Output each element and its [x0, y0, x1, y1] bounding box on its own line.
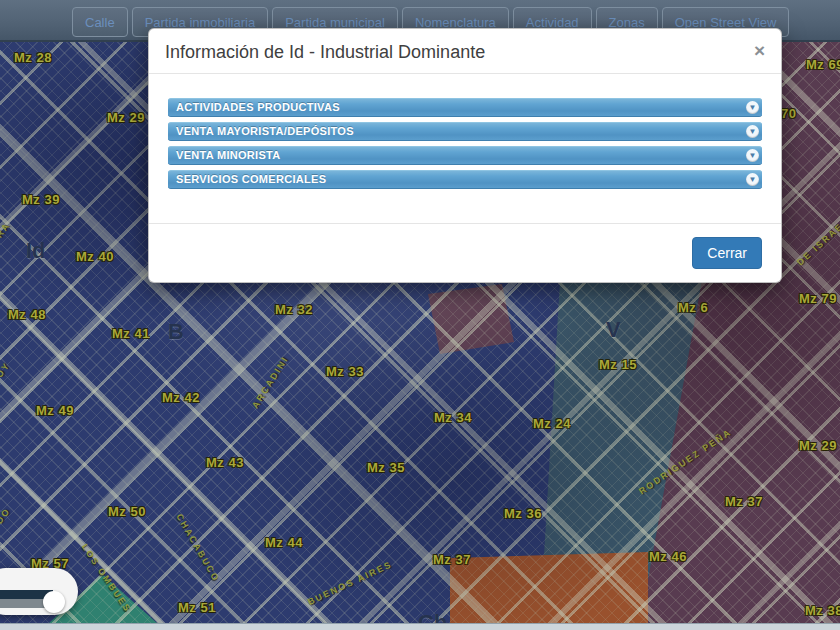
map-block-label: Mz 15 [599, 357, 637, 372]
accordion-section[interactable]: ACTIVIDADES PRODUCTIVAS▼ [168, 98, 762, 117]
map-block-label: Mz 37 [725, 494, 763, 509]
map-block-label: Mz 43 [206, 455, 244, 470]
chevron-down-icon[interactable]: ▼ [746, 101, 759, 114]
accordion-label: VENTA MINORISTA [176, 149, 281, 161]
map-block-label: Mz 46 [649, 549, 687, 564]
map-block-label: Mz 50 [108, 504, 146, 519]
map-block-label: Mz 40 [76, 249, 114, 264]
accordion-label: SERVICIOS COMERCIALES [176, 173, 326, 185]
map-block-label: Mz 35 [367, 460, 405, 475]
chevron-down-icon[interactable]: ▼ [746, 125, 759, 138]
app-screen: Mz 28Mz 29Mz 39Mz 40Mz 48Mz 41Mz 32Mz 33… [0, 0, 840, 630]
map-block-label: Mz 44 [265, 535, 303, 550]
accordion-label: VENTA MAYORISTA/DEPÓSITOS [176, 125, 354, 137]
map-block-label: Mz 69 [806, 57, 840, 72]
map-block-label: Mz 29 [799, 438, 837, 453]
map-block-label: Mz 32 [275, 302, 313, 317]
accordion-list: ACTIVIDADES PRODUCTIVAS▼VENTA MAYORISTA/… [168, 98, 762, 189]
map-zone-label: Id [26, 238, 46, 264]
modal-body: ACTIVIDADES PRODUCTIVAS▼VENTA MAYORISTA/… [149, 74, 781, 223]
map-block-label: Mz 39 [22, 192, 60, 207]
modal-header: Información de Id - Industrial Dominante… [149, 29, 781, 74]
chevron-down-icon[interactable]: ▼ [746, 149, 759, 162]
map-opacity-slider[interactable] [0, 568, 78, 615]
map-block-label: Mz 48 [8, 307, 46, 322]
map-block-label: Mz 29 [107, 110, 145, 125]
map-block-label: Mz 38 [805, 603, 840, 618]
map-block-label: Mz 41 [112, 326, 150, 341]
map-zone-label: V [606, 317, 621, 343]
map-block-label: Mz 79 [799, 291, 837, 306]
accordion-section[interactable]: VENTA MAYORISTA/DEPÓSITOS▼ [168, 122, 762, 141]
map-block-label: Mz 24 [533, 416, 571, 431]
map-street-label: DO [0, 506, 12, 526]
accordion-label: ACTIVIDADES PRODUCTIVAS [176, 101, 340, 113]
map-block-label: Mz 28 [14, 50, 52, 65]
map-street-label: RA [0, 220, 12, 240]
info-modal: Información de Id - Industrial Dominante… [148, 28, 782, 283]
slider-handle[interactable] [43, 591, 65, 613]
cerrar-button[interactable]: Cerrar [692, 237, 762, 269]
accordion-section[interactable]: SERVICIOS COMERCIALES▼ [168, 170, 762, 189]
map-zone-label: Ch [418, 610, 447, 624]
map-block-label: 70 [781, 106, 796, 121]
map-street-label: DE ISRAEL [795, 216, 840, 268]
map-street-label: RODRIGUEZ PEÑA [637, 427, 733, 497]
modal-title: Información de Id - Industrial Dominante [165, 42, 485, 62]
close-icon[interactable]: × [750, 39, 769, 62]
map-block-label: Mz 33 [326, 364, 364, 379]
map-block-label: Mz 51 [178, 600, 216, 615]
map-block-label: Mz 37 [433, 552, 471, 567]
page-bottom-strip [0, 623, 840, 630]
map-street-label: OY [0, 360, 12, 380]
map-block-label: Mz 36 [504, 506, 542, 521]
map-zone-label: B [168, 319, 184, 345]
accordion-section[interactable]: VENTA MINORISTA▼ [168, 146, 762, 165]
modal-footer: Cerrar [149, 223, 781, 282]
map-street-label: ARCADINI [250, 354, 290, 410]
chevron-down-icon[interactable]: ▼ [746, 173, 759, 186]
map-street-label: BUENOS AIRES [306, 559, 394, 607]
map-street-label: CHACABUCO [174, 512, 221, 584]
map-block-label: Mz 42 [162, 390, 200, 405]
map-block-label: Mz 34 [434, 410, 472, 425]
tab-calle[interactable]: Calle [72, 7, 128, 37]
map-block-label: Mz 6 [678, 300, 708, 315]
map-block-label: Mz 49 [36, 403, 74, 418]
map-street-label: LOS OMBUES [80, 542, 133, 614]
